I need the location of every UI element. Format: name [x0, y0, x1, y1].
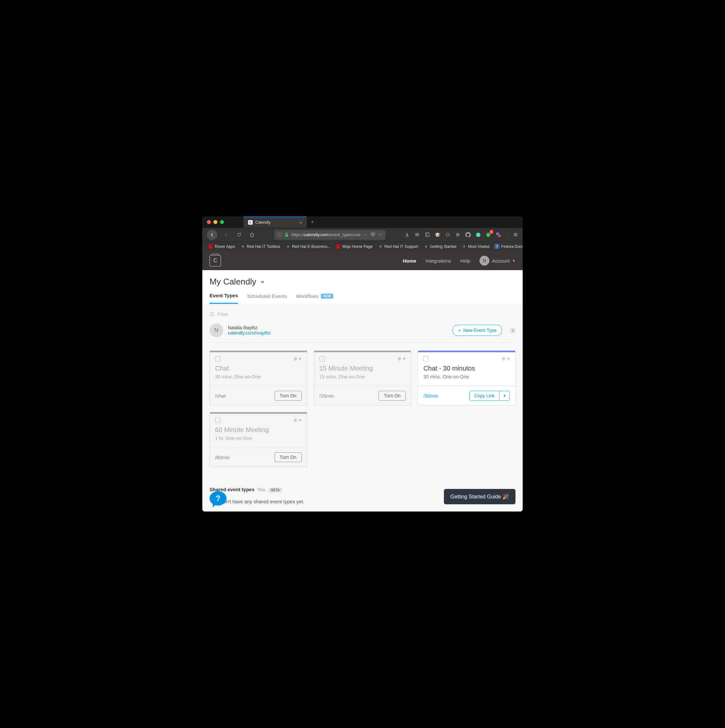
card-checkbox[interactable] [319, 356, 325, 361]
bookmark-item[interactable]: ✲Most Visited [459, 244, 491, 249]
downloads-icon[interactable] [404, 232, 410, 237]
github-icon[interactable] [465, 232, 471, 237]
bookmark-item[interactable]: fFedora Docs [493, 244, 523, 249]
home-button[interactable] [247, 230, 256, 239]
globe-icon: ⊕ [285, 244, 290, 249]
card-title: Chat - 30 minutos [423, 365, 510, 372]
filter-input[interactable]: Filter [209, 311, 516, 317]
card-checkbox[interactable] [423, 356, 429, 361]
tab-workflows[interactable]: Workflows NEW [296, 293, 333, 304]
card-slug[interactable]: /15min [319, 393, 334, 399]
translate-icon[interactable] [496, 232, 501, 237]
nav-integrations[interactable]: Integrations [426, 258, 451, 264]
url-bar[interactable]: ⓘ https://calendly.com/event_types/use ⋯… [274, 230, 386, 240]
new-event-type-button[interactable]: + New Event Type [452, 325, 502, 336]
nav-help[interactable]: Help [460, 258, 470, 264]
new-tab-button[interactable]: + [307, 219, 318, 226]
adblock-icon[interactable]: 6 [485, 232, 491, 237]
svg-rect-0 [285, 234, 288, 237]
turn-on-button[interactable]: Turn On [379, 391, 406, 401]
card-meta: 1 hr, One-on-One [215, 436, 302, 441]
bookmark-item[interactable]: ⊕Red Hat E-Business... [283, 244, 333, 249]
card-title: Chat [215, 365, 302, 372]
event-cards-grid: ▼ Chat 30 mins, One-on-One /chat Turn On… [209, 350, 516, 467]
card-settings-button[interactable]: ▼ [293, 356, 302, 361]
grammarly-icon[interactable] [475, 232, 481, 237]
event-card: ▼ Chat 30 mins, One-on-One /chat Turn On [209, 350, 307, 405]
page-actions-icon[interactable]: ⋯ [363, 232, 368, 237]
calendly-logo[interactable]: C [209, 255, 221, 266]
reload-button[interactable] [234, 230, 244, 239]
home-icon [249, 232, 255, 237]
forward-button[interactable] [221, 230, 230, 239]
gear-icon [510, 328, 516, 333]
account-menu[interactable]: N Account ▼ [479, 256, 516, 266]
bookmark-item[interactable]: ⊕Getting Started [421, 244, 458, 249]
svg-point-4 [476, 232, 481, 237]
copy-link-button[interactable]: Copy Link [470, 391, 499, 400]
page-title-dropdown[interactable]: My Calendly [209, 277, 516, 287]
turn-on-button[interactable]: Turn On [275, 452, 302, 462]
event-card: ▼ Chat - 30 minutos 30 mins, One-on-One … [418, 350, 516, 405]
globe-icon: ⊕ [240, 244, 245, 249]
arrow-right-icon [224, 232, 228, 237]
user-settings-button[interactable] [510, 328, 516, 333]
card-settings-button[interactable]: ▼ [293, 418, 302, 422]
new-badge: NEW [321, 294, 333, 298]
reload-icon [237, 232, 241, 237]
card-slug[interactable]: /60min [215, 454, 230, 460]
maximize-window-button[interactable] [220, 220, 224, 224]
svg-point-13 [295, 420, 296, 421]
beta-badge: BETA [269, 488, 282, 492]
app-menu-button[interactable] [508, 232, 518, 237]
bookmark-item[interactable]: ⊕Red Hat IT Toolbox [238, 244, 282, 249]
caret-down-icon: ▼ [299, 357, 302, 360]
card-settings-button[interactable]: ▼ [397, 356, 406, 361]
caret-down-icon: ▼ [403, 357, 406, 360]
extension-icon-2[interactable] [445, 232, 450, 237]
shared-you-label: You [257, 486, 266, 492]
bookmark-item[interactable]: ⊕Red Hat IT Support [376, 244, 420, 249]
gear-icon [501, 356, 506, 361]
close-window-button[interactable] [207, 220, 211, 224]
tab-scheduled-events[interactable]: Scheduled Events [247, 293, 287, 304]
bookmark-item[interactable]: 🎩Rover Apps [206, 244, 237, 249]
card-slug[interactable]: /chat [215, 393, 226, 399]
redhat-icon: 🎩 [208, 244, 213, 249]
browser-tab-active[interactable]: C Calendly × [244, 217, 307, 228]
gear-icon: ✲ [461, 244, 466, 249]
site-info-icon[interactable]: ⓘ [278, 232, 282, 238]
bookmark-item[interactable]: 🎩Mojo Home Page [334, 244, 375, 249]
getting-started-guide-button[interactable]: Getting Started Guide 🎉 [444, 489, 516, 504]
card-settings-button[interactable]: ▼ [501, 356, 510, 361]
tab-favicon: C [248, 220, 253, 225]
sub-tabs: Event Types Scheduled Events Workflows N… [209, 293, 516, 304]
app-content: C Home Integrations Help N Account ▼ My … [202, 251, 523, 511]
tab-close-icon[interactable]: × [299, 220, 302, 225]
minimize-window-button[interactable] [214, 220, 217, 224]
turn-on-button[interactable]: Turn On [275, 391, 302, 401]
browser-toolbar: ⓘ https://calendly.com/event_types/use ⋯… [202, 228, 523, 242]
extension-icon-3[interactable] [455, 232, 461, 237]
copy-link-dropdown[interactable]: ▼ [499, 391, 510, 400]
pocket-icon[interactable] [371, 232, 375, 237]
card-checkbox[interactable] [215, 418, 220, 423]
extension-icon-1[interactable]: 🐶 [435, 232, 440, 237]
card-meta: 30 mins, One-on-One [215, 374, 302, 379]
back-button[interactable] [207, 229, 217, 240]
user-link[interactable]: calendly.com/nraythz [228, 330, 448, 335]
svg-rect-6 [498, 234, 501, 237]
svg-rect-1 [426, 233, 429, 237]
card-checkbox[interactable] [215, 356, 220, 361]
bookmark-star-icon[interactable]: ☆ [379, 232, 382, 237]
globe-icon: ⊕ [378, 244, 383, 249]
card-slug[interactable]: /30min [423, 393, 438, 399]
sidebar-icon[interactable] [424, 232, 430, 237]
redhat-icon: 🎩 [336, 244, 340, 249]
lock-icon [285, 232, 288, 237]
tab-event-types[interactable]: Event Types [209, 293, 238, 304]
nav-home[interactable]: Home [403, 258, 417, 264]
library-icon[interactable] [414, 232, 420, 237]
chat-support-button[interactable]: ? [209, 491, 226, 506]
user-row: N Natalia Raythz calendly.com/nraythz + … [209, 323, 516, 343]
